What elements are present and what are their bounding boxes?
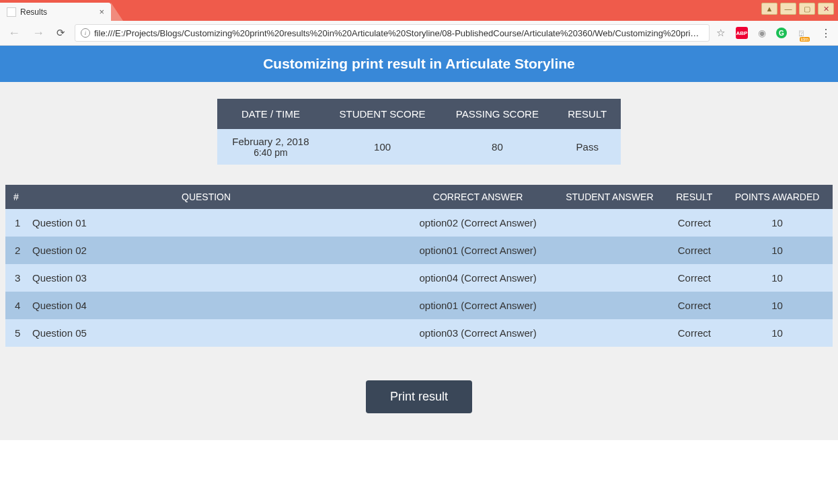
browser-tab[interactable]: Results × <box>0 3 111 21</box>
back-icon: ← <box>5 26 23 40</box>
row-question: Question 01 <box>27 209 404 237</box>
row-result: Correct <box>667 264 722 292</box>
row-question: Question 05 <box>27 319 404 347</box>
camera-icon[interactable]: ◉ <box>756 27 768 39</box>
row-question: Question 03 <box>27 264 404 292</box>
address-bar: ← → ⟳ i file:///E:/Projects/Blogs/Custom… <box>0 21 838 46</box>
row-correct-answer: option01 (Correct Answer) <box>404 237 552 264</box>
summary-datetime: February 2, 2018 6:40 pm <box>217 129 324 165</box>
results-header-student-answer: STUDENT ANSWER <box>552 185 666 209</box>
url-input[interactable]: i file:///E:/Projects/Blogs/Customizing%… <box>75 24 710 42</box>
row-correct-answer: option01 (Correct Answer) <box>404 292 552 319</box>
results-header-result: RESULT <box>667 185 722 209</box>
row-student-answer <box>552 237 666 264</box>
row-student-answer <box>552 292 666 319</box>
table-row: 3Question 03option04 (Correct Answer)Cor… <box>5 264 833 292</box>
row-correct-answer: option03 (Correct Answer) <box>404 319 552 347</box>
row-result: Correct <box>667 237 722 264</box>
row-num: 2 <box>5 237 27 264</box>
summary-header-student-score: STUDENT SCORE <box>324 99 441 129</box>
row-correct-answer: option02 (Correct Answer) <box>404 209 552 237</box>
row-points: 10 <box>722 237 833 264</box>
results-header-points: POINTS AWARDED <box>722 185 833 209</box>
maximize-button[interactable]: ▢ <box>799 3 815 15</box>
table-row: 1Question 01option02 (Correct Answer)Cor… <box>5 209 833 237</box>
results-header-num: # <box>5 185 27 209</box>
extension-icons: ABP ◉ G ⍰idm <box>732 27 811 39</box>
row-num: 4 <box>5 292 27 319</box>
user-icon[interactable]: ▲ <box>761 3 777 15</box>
row-question: Question 02 <box>27 237 404 264</box>
tab-title: Results <box>20 7 47 17</box>
summary-header-result: RESULT <box>554 99 621 129</box>
reload-icon[interactable]: ⟳ <box>54 27 68 39</box>
results-header-question: QUESTION <box>27 185 404 209</box>
summary-passing-score: 80 <box>441 129 554 165</box>
close-tab-icon[interactable]: × <box>99 7 104 17</box>
summary-header-passing-score: PASSING SCORE <box>441 99 554 129</box>
row-result: Correct <box>667 209 722 237</box>
row-points: 10 <box>722 292 833 319</box>
table-row: 4Question 04option01 (Correct Answer)Cor… <box>5 292 833 319</box>
row-student-answer <box>552 209 666 237</box>
row-correct-answer: option04 (Correct Answer) <box>404 264 552 292</box>
summary-row: February 2, 2018 6:40 pm 100 80 Pass <box>217 129 621 165</box>
bookmark-star-icon[interactable]: ☆ <box>716 27 725 39</box>
favicon <box>7 7 16 17</box>
summary-header-datetime: DATE / TIME <box>217 99 324 129</box>
grammarly-icon[interactable]: G <box>776 28 787 38</box>
forward-icon: → <box>30 26 47 40</box>
row-student-answer <box>552 319 666 347</box>
browser-titlebar: Results × ▲ — ▢ ✕ <box>0 0 838 21</box>
new-tab-shape[interactable] <box>111 3 123 21</box>
row-num: 1 <box>5 209 27 237</box>
minimize-button[interactable]: — <box>780 3 796 15</box>
page-content: DATE / TIME STUDENT SCORE PASSING SCORE … <box>0 82 838 440</box>
row-result: Correct <box>667 319 722 347</box>
row-result: Correct <box>667 292 722 319</box>
row-num: 3 <box>5 264 27 292</box>
row-points: 10 <box>722 319 833 347</box>
row-student-answer <box>552 264 666 292</box>
page-title: Customizing print result in Articulate S… <box>0 46 838 82</box>
table-row: 5Question 05option03 (Correct Answer)Cor… <box>5 319 833 347</box>
summary-table: DATE / TIME STUDENT SCORE PASSING SCORE … <box>217 99 621 165</box>
row-num: 5 <box>5 319 27 347</box>
table-row: 2Question 02option01 (Correct Answer)Cor… <box>5 237 833 264</box>
summary-result: Pass <box>554 129 621 165</box>
menu-icon[interactable]: ⋮ <box>818 27 833 40</box>
row-points: 10 <box>722 209 833 237</box>
row-points: 10 <box>722 264 833 292</box>
print-result-button[interactable]: Print result <box>366 380 472 413</box>
abp-icon[interactable]: ABP <box>736 27 748 39</box>
results-header-correct-answer: CORRECT ANSWER <box>404 185 552 209</box>
summary-student-score: 100 <box>324 129 441 165</box>
close-window-button[interactable]: ✕ <box>818 3 834 15</box>
results-table: # QUESTION CORRECT ANSWER STUDENT ANSWER… <box>5 185 833 347</box>
row-question: Question 04 <box>27 292 404 319</box>
info-icon[interactable]: i <box>81 28 90 38</box>
window-controls: ▲ — ▢ ✕ <box>761 3 834 15</box>
idm-icon[interactable]: ⍰idm <box>795 27 807 39</box>
url-text: file:///E:/Projects/Blogs/Customizing%20… <box>94 28 699 38</box>
